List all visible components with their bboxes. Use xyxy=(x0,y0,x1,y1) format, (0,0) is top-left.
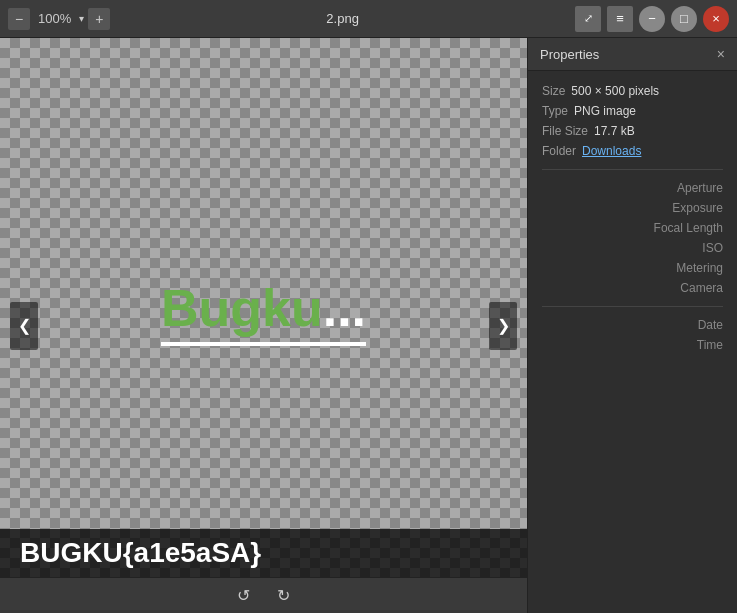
filesize-value: 17.7 kB xyxy=(594,124,723,138)
maximize-button[interactable]: □ xyxy=(671,6,697,32)
zoom-plus-button[interactable]: + xyxy=(88,8,110,30)
folder-value[interactable]: Downloads xyxy=(582,144,723,158)
filename-label: 2.png xyxy=(110,11,575,26)
metering-label: Metering xyxy=(528,258,737,278)
bugku-green-text: Bugku xyxy=(161,279,323,337)
filesize-label: File Size xyxy=(542,124,588,138)
rotate-ccw-button[interactable]: ↺ xyxy=(230,582,258,610)
titlebar-left: − 100% ▾ + xyxy=(8,8,110,30)
folder-label: Folder xyxy=(542,144,576,158)
prev-image-button[interactable]: ❮ xyxy=(10,302,38,350)
titlebar-controls: ⤢ ≡ − □ × xyxy=(575,6,729,32)
folder-row: Folder Downloads xyxy=(528,141,737,161)
size-label: Size xyxy=(542,84,565,98)
size-row: Size 500 × 500 pixels xyxy=(528,81,737,101)
properties-title: Properties xyxy=(540,47,599,62)
exposure-label: Exposure xyxy=(528,198,737,218)
focal-length-label: Focal Length xyxy=(528,218,737,238)
close-button[interactable]: × xyxy=(703,6,729,32)
properties-header: Properties × xyxy=(528,38,737,71)
type-row: Type PNG image xyxy=(528,101,737,121)
bugku-underline xyxy=(161,342,366,346)
properties-close-button[interactable]: × xyxy=(717,46,725,62)
zoom-value: 100% xyxy=(34,11,75,26)
size-value: 500 × 500 pixels xyxy=(571,84,723,98)
titlebar: − 100% ▾ + 2.png ⤢ ≡ − □ × xyxy=(0,0,737,38)
menu-button[interactable]: ≡ xyxy=(607,6,633,32)
iso-label: ISO xyxy=(528,238,737,258)
expand-button[interactable]: ⤢ xyxy=(575,6,601,32)
next-image-button[interactable]: ❯ xyxy=(489,302,517,350)
rotate-cw-button[interactable]: ↻ xyxy=(270,582,298,610)
divider-1 xyxy=(542,169,723,170)
properties-panel: Properties × Size 500 × 500 pixels Type … xyxy=(527,38,737,613)
divider-2 xyxy=(542,306,723,307)
type-value: PNG image xyxy=(574,104,723,118)
bottom-label: BUGKU{a1e5aSA} xyxy=(0,529,527,577)
image-toolbar: ↺ ↻ xyxy=(0,577,527,613)
image-content: Bugku... xyxy=(0,38,527,577)
type-label: Type xyxy=(542,104,568,118)
image-area: Bugku... BUGKU{a1e5aSA} http://blog.csdn… xyxy=(0,38,527,613)
camera-label: Camera xyxy=(528,278,737,298)
zoom-minus-button[interactable]: − xyxy=(8,8,30,30)
bugku-dots-text: ... xyxy=(323,279,366,337)
filesize-row: File Size 17.7 kB xyxy=(528,121,737,141)
main-content: Bugku... BUGKU{a1e5aSA} http://blog.csdn… xyxy=(0,38,737,613)
time-label: Time xyxy=(528,335,737,355)
properties-body: Size 500 × 500 pixels Type PNG image Fil… xyxy=(528,71,737,613)
aperture-label: Aperture xyxy=(528,178,737,198)
minimize-button[interactable]: − xyxy=(639,6,665,32)
zoom-dropdown-button[interactable]: ▾ xyxy=(79,13,84,24)
date-label: Date xyxy=(528,315,737,335)
